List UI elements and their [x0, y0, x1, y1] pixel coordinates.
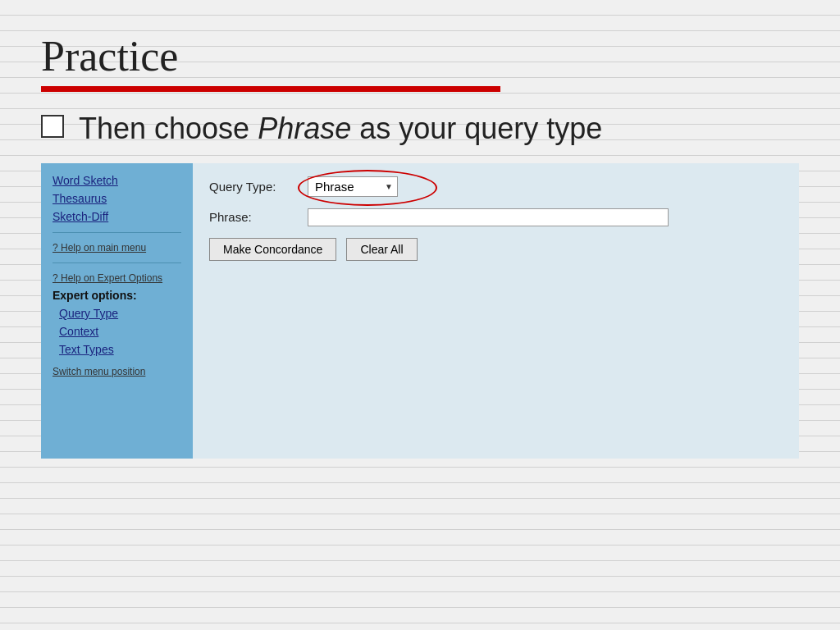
switch-menu-position-link[interactable]: Switch menu position	[41, 363, 193, 380]
slide-title: Practice	[41, 33, 799, 80]
sidebar-item-thesaurus[interactable]: Thesaurus	[41, 189, 193, 208]
bullet-checkbox	[41, 115, 64, 138]
bullet-text-before: Then choose	[79, 112, 258, 145]
bullet-text-italic: Phrase	[258, 112, 351, 145]
sidebar-divider-2	[52, 262, 181, 263]
sidebar-item-sketch-diff[interactable]: Sketch-Diff	[41, 208, 193, 226]
help-main-menu-link[interactable]: ? Help on main menu	[41, 240, 193, 256]
sidebar-divider-1	[52, 232, 181, 233]
bullet-item: Then choose Phrase as your query type	[41, 110, 799, 148]
sidebar-item-query-type[interactable]: Query Type	[41, 304, 193, 322]
title-underline-bar	[41, 86, 500, 92]
bullet-text: Then choose Phrase as your query type	[79, 110, 602, 148]
phrase-input[interactable]	[308, 208, 669, 226]
query-type-row: Query Type: Simple Lemma Phrase CQL Word…	[209, 176, 783, 197]
query-type-select[interactable]: Simple Lemma Phrase CQL Word	[308, 176, 398, 197]
clear-all-button[interactable]: Clear All	[346, 238, 417, 261]
make-concordance-button[interactable]: Make Concordance	[209, 238, 336, 261]
query-type-wrapper: Simple Lemma Phrase CQL Word ▼	[308, 176, 398, 197]
sidebar-item-context[interactable]: Context	[41, 322, 193, 340]
sidebar-item-word-sketch[interactable]: Word Sketch	[41, 171, 193, 189]
sidebar-item-text-types[interactable]: Text Types	[41, 340, 193, 358]
query-type-label: Query Type:	[209, 180, 308, 194]
bullet-text-after: as your query type	[351, 112, 602, 145]
sidebar: Word Sketch Thesaurus Sketch-Diff ? Help…	[41, 163, 193, 459]
phrase-row: Phrase:	[209, 208, 783, 226]
ui-widget-wrapper: Word Sketch Thesaurus Sketch-Diff ? Help…	[41, 163, 799, 459]
main-panel: Query Type: Simple Lemma Phrase CQL Word…	[193, 163, 799, 459]
help-expert-link[interactable]: ? Help on Expert Options	[41, 270, 193, 286]
expert-options-label: Expert options:	[41, 286, 193, 304]
button-row: Make Concordance Clear All	[209, 238, 783, 261]
phrase-label: Phrase:	[209, 210, 308, 224]
